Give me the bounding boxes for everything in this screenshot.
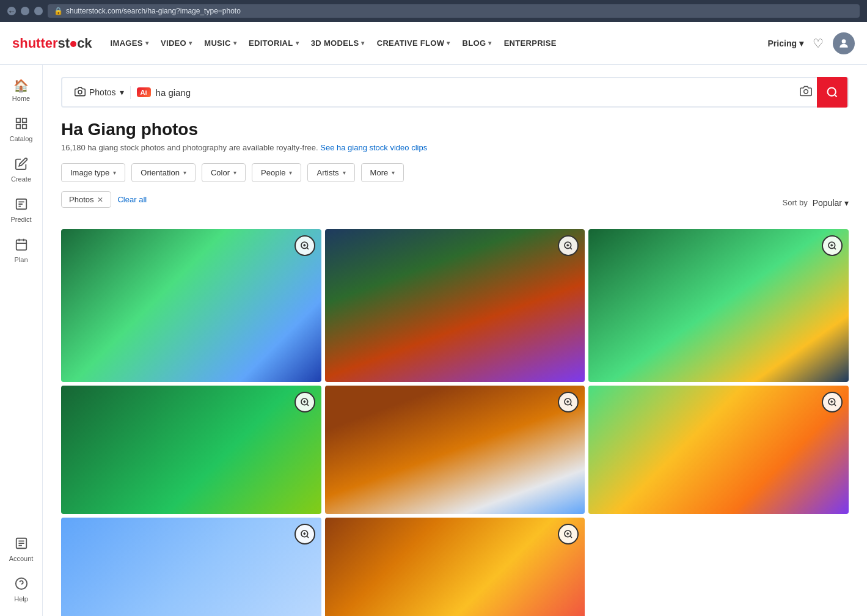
- sort-select[interactable]: Popular ▾: [813, 198, 849, 208]
- forward-button[interactable]: [21, 7, 29, 15]
- page-subtitle: 16,180 ha giang stock photos and photogr…: [61, 143, 849, 152]
- ai-search-badge: Ai: [137, 87, 151, 97]
- svg-rect-4: [22, 125, 26, 128]
- sidebar-item-catalog[interactable]: Catalog: [0, 109, 42, 150]
- nav-item-images[interactable]: IMAGES ▾: [104, 22, 155, 65]
- chevron-down-icon: ▾: [343, 169, 346, 176]
- nav-item-editorial[interactable]: EDITORIAL ▾: [243, 22, 305, 65]
- svg-point-9: [78, 90, 82, 94]
- svg-point-0: [842, 39, 846, 43]
- chevron-down-icon: ▾: [145, 40, 148, 46]
- svg-rect-6: [16, 240, 26, 251]
- chevron-down-icon: ▾: [799, 38, 803, 48]
- filter-artists[interactable]: Artists ▾: [307, 163, 354, 182]
- chevron-down-icon: ▾: [392, 169, 395, 176]
- zoom-button[interactable]: [294, 235, 315, 256]
- search-submit-button[interactable]: [817, 77, 847, 108]
- chevron-down-icon: ▾: [844, 198, 849, 208]
- zoom-button[interactable]: [294, 392, 315, 413]
- sort-by-label: Sort by: [783, 198, 808, 207]
- zoom-button[interactable]: [294, 524, 315, 544]
- help-icon: [15, 577, 28, 593]
- svg-rect-3: [16, 125, 20, 128]
- filters-row: Image type ▾ Orientation ▾ Color ▾ Peopl…: [61, 163, 849, 182]
- chevron-down-icon: ▾: [233, 169, 236, 176]
- nav-item-music[interactable]: MUSIC ▾: [198, 22, 243, 65]
- image-card[interactable]: [61, 518, 321, 616]
- camera-icon: [75, 86, 86, 99]
- page-title: Ha Giang photos: [61, 120, 849, 139]
- nav-item-enterprise[interactable]: ENTERPRISE: [498, 22, 563, 65]
- chevron-down-icon: ▾: [488, 40, 491, 46]
- image-grid: [61, 229, 849, 616]
- search-type-selector[interactable]: Photos ▾: [68, 86, 131, 99]
- plan-icon: [15, 238, 28, 254]
- logo-text: shutterstck: [12, 35, 92, 51]
- filter-color[interactable]: Color ▾: [202, 163, 246, 182]
- image-card[interactable]: [61, 386, 321, 514]
- favorites-button[interactable]: ♡: [813, 36, 824, 51]
- zoom-button[interactable]: [822, 235, 843, 256]
- image-card[interactable]: [588, 386, 849, 514]
- chevron-down-icon: ▾: [296, 40, 299, 46]
- sidebar-item-predict[interactable]: Predict: [0, 190, 42, 230]
- chevron-down-icon: ▾: [189, 40, 192, 46]
- sort-bar: Sort by Popular ▾: [783, 198, 849, 208]
- svg-rect-2: [22, 119, 26, 122]
- sidebar-item-account[interactable]: Account: [0, 529, 42, 570]
- image-card[interactable]: [61, 229, 321, 382]
- filter-more[interactable]: More ▾: [361, 163, 404, 182]
- sidebar-item-help[interactable]: Help: [0, 570, 42, 610]
- zoom-button[interactable]: [822, 392, 843, 413]
- sidebar: 🏠 Home Catalog Create: [0, 65, 43, 616]
- clear-all-button[interactable]: Clear all: [117, 195, 147, 204]
- navbar: shutterstck IMAGES ▾ VIDEO ▾ MUSIC ▾ EDI…: [0, 22, 867, 65]
- nav-item-3dmodels[interactable]: 3D MODELS ▾: [305, 22, 371, 65]
- url-text: shutterstock.com/search/ha-giang?image_t…: [66, 7, 241, 15]
- browser-url-bar[interactable]: 🔒 shutterstock.com/search/ha-giang?image…: [48, 4, 860, 18]
- image-card[interactable]: [325, 386, 585, 514]
- chevron-down-icon: ▾: [447, 40, 450, 46]
- account-icon: [15, 537, 28, 553]
- home-icon: 🏠: [13, 78, 29, 93]
- nav-item-blog[interactable]: BLOG ▾: [456, 22, 498, 65]
- pricing-button[interactable]: Pricing ▾: [768, 38, 803, 48]
- search-input[interactable]: [156, 87, 795, 98]
- avatar[interactable]: [833, 32, 855, 54]
- chevron-down-icon: ▾: [183, 169, 186, 176]
- nav-right: Pricing ▾ ♡: [768, 32, 855, 54]
- logo[interactable]: shutterstck: [12, 35, 92, 51]
- chevron-down-icon: ▾: [289, 169, 292, 176]
- active-filter-photos: Photos ✕: [61, 191, 111, 208]
- browser-bar: ← 🔒 shutterstock.com/search/ha-giang?ima…: [0, 0, 867, 22]
- predict-icon: [15, 197, 28, 214]
- chevron-down-icon: ▾: [120, 87, 124, 97]
- remove-filter-button[interactable]: ✕: [97, 196, 103, 204]
- active-filters: Photos ✕ Clear all: [61, 191, 147, 208]
- nav-links: IMAGES ▾ VIDEO ▾ MUSIC ▾ EDITORIAL ▾ 3D …: [104, 22, 768, 65]
- svg-rect-1: [16, 119, 20, 122]
- image-card[interactable]: [325, 518, 585, 616]
- catalog-icon: [15, 117, 28, 133]
- filter-people[interactable]: People ▾: [252, 163, 301, 182]
- image-search-button[interactable]: [795, 85, 817, 100]
- filter-orientation[interactable]: Orientation ▾: [131, 163, 196, 182]
- nav-item-creative-flow[interactable]: CREATIVE FLOW ▾: [371, 22, 456, 65]
- sidebar-item-plan[interactable]: Plan: [0, 230, 42, 271]
- filter-image-type[interactable]: Image type ▾: [61, 163, 125, 182]
- sidebar-item-create[interactable]: Create: [0, 150, 42, 190]
- lock-icon: 🔒: [54, 7, 63, 15]
- svg-point-11: [828, 88, 836, 96]
- page-layout: 🏠 Home Catalog Create: [0, 65, 867, 616]
- image-card[interactable]: [588, 229, 849, 382]
- back-button[interactable]: ←: [7, 7, 16, 15]
- image-card[interactable]: [325, 229, 585, 382]
- refresh-button[interactable]: [34, 7, 43, 15]
- nav-item-video[interactable]: VIDEO ▾: [155, 22, 198, 65]
- chevron-down-icon: ▾: [361, 40, 364, 46]
- video-clips-link[interactable]: See ha giang stock video clips: [320, 143, 427, 152]
- sidebar-item-home[interactable]: 🏠 Home: [0, 71, 42, 109]
- chevron-down-icon: ▾: [113, 169, 116, 176]
- chevron-down-icon: ▾: [233, 40, 236, 46]
- create-icon: [15, 157, 28, 174]
